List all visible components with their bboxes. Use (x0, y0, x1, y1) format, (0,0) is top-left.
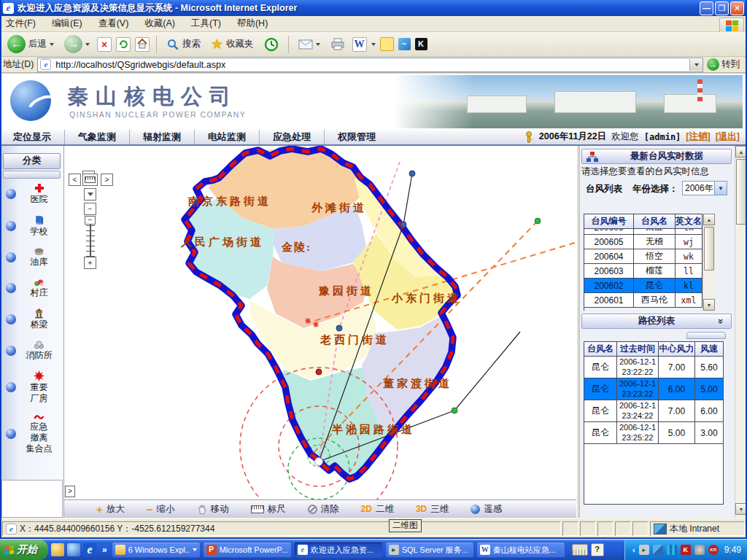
sidebar-item-school[interactable]: 学校 (0, 214, 63, 237)
tray-ati-icon[interactable]: ATI (708, 545, 719, 555)
path-row[interactable]: 昆仑2006-12-1 23:25:225.003.00 (584, 422, 723, 444)
start-button[interactable]: 开始 (0, 540, 48, 560)
collapse-chevron-icon[interactable]: » (716, 319, 727, 324)
map-tool-zoom-in[interactable]: + 放大 (96, 503, 125, 516)
menu-edit[interactable]: 编辑(E) (52, 18, 82, 30)
home-button[interactable] (135, 37, 150, 52)
pan-down-button[interactable] (84, 188, 96, 201)
close-button[interactable]: ✕ (730, 1, 744, 15)
scroll-down-icon[interactable]: ▼ (735, 503, 747, 515)
refresh-button[interactable] (116, 37, 131, 52)
map-tool-2d[interactable]: 2D 二维 (361, 503, 394, 516)
col-header-path-name[interactable]: 台风名 (584, 342, 617, 357)
menu-help[interactable]: 帮助(H) (237, 18, 268, 30)
word-dropdown-icon[interactable] (371, 43, 376, 46)
tray-antivirus-icon[interactable]: K (681, 545, 691, 555)
quick-launch-icon-2[interactable] (67, 543, 80, 556)
quick-launch-icon-1[interactable] (51, 543, 64, 556)
scroll-up-icon[interactable]: ▲ (735, 146, 747, 158)
zoom-out-step-button[interactable]: − (84, 203, 96, 215)
browser-titlebar[interactable]: e 欢迎进入应急资源及决策信息显示系统 - Microsoft Internet… (0, 0, 747, 16)
language-help-icon[interactable]: ? (591, 543, 604, 556)
taskbar-window-ie-active[interactable]: e 欢迎进入应急资... (294, 542, 383, 558)
tray-collapse-icon[interactable]: ‹ (632, 545, 635, 554)
col-header-past-time[interactable]: 过去时间 (617, 342, 659, 357)
tab-radiation-monitoring[interactable]: 辐射监测 (130, 130, 195, 144)
exit-link[interactable]: [退出] (716, 131, 740, 143)
tray-volume-icon[interactable] (694, 545, 705, 555)
sidebar-title[interactable]: 分类 (3, 153, 61, 169)
typhoon-row[interactable]: 200604悟空wk (584, 249, 703, 264)
col-header-typhoon-no[interactable]: 台风编号 (584, 214, 634, 229)
zoom-slider[interactable] (85, 225, 96, 257)
maximize-button[interactable]: ❐ (715, 1, 729, 15)
print-button[interactable] (328, 36, 348, 52)
tray-grid-icon[interactable] (667, 545, 677, 555)
path-row[interactable]: 昆仑2006-12-1 23:24:227.006.00 (584, 400, 723, 422)
map-corner-expand-button[interactable]: > (65, 486, 75, 497)
col-header-typhoon-name[interactable]: 台风名 (634, 214, 676, 229)
tray-sql-icon[interactable]: ▸ (639, 545, 649, 555)
sidebar-subbar[interactable] (3, 171, 61, 179)
path-row-selected[interactable]: 昆仑2006-12-1 23:23:226.005.00 (584, 378, 723, 400)
pan-right-button[interactable]: > (101, 174, 113, 186)
menu-view[interactable]: 查看(V) (98, 18, 129, 30)
quick-launch-ie-icon[interactable]: e (83, 543, 96, 556)
tab-station-monitoring[interactable]: 电站监测 (195, 130, 260, 144)
typhoon-list-scrollbar[interactable]: ▲ ▼ (703, 214, 716, 311)
taskbar-window-sql-server[interactable]: ▸ SQL Server 服务... (385, 542, 474, 558)
panel-scrollbar[interactable]: ▲ ▼ (735, 146, 747, 518)
tab-location-display[interactable]: 定位显示 (0, 130, 65, 144)
path-list-header[interactable]: 路径列表 » (581, 314, 732, 329)
search-button[interactable]: 搜索 (163, 36, 204, 52)
scroll-thumb[interactable] (704, 227, 714, 271)
map-viewport[interactable]: 南京东路街道 外滩街道 人民广场街道 金陵: 豫园街道 小东门街道 老西门街道 … (64, 146, 576, 518)
typhoon-row[interactable]: 200603榴莲ll (584, 264, 703, 279)
map-tool-clear[interactable]: 清除 (308, 503, 339, 516)
tray-network-icon[interactable] (653, 545, 663, 555)
language-keyboard-icon[interactable] (572, 544, 588, 556)
scroll-down-icon[interactable]: ▼ (703, 299, 715, 311)
quick-launch-overflow-icon[interactable]: » (102, 545, 107, 555)
sidebar-item-important-plant[interactable]: 重要 厂房 (0, 370, 63, 404)
district-map-svg[interactable] (64, 146, 576, 499)
map-tool-pan[interactable]: 移动 (197, 503, 229, 516)
map-tool-zoom-out[interactable]: − 缩小 (147, 503, 175, 516)
logout-link[interactable]: [注销] (686, 131, 710, 143)
sidebar-item-bridge[interactable]: 桥梁 (0, 308, 63, 330)
menu-favorites[interactable]: 收藏(A) (144, 18, 175, 30)
sidebar-item-hospital[interactable]: 医院 (0, 183, 63, 205)
sidebar-item-village[interactable]: 村庄 (0, 277, 63, 298)
favorites-button[interactable]: ★ 收藏夹 (208, 36, 257, 53)
typhoon-row[interactable]: 200601西马伦xml (584, 293, 703, 308)
mail-dropdown-icon[interactable] (316, 43, 320, 46)
tab-weather-monitoring[interactable]: 气象监测 (65, 130, 130, 144)
typhoon-row[interactable]: 200605无稽wj (584, 235, 703, 249)
k-tool-icon[interactable]: K (415, 38, 427, 50)
map-tool-ruler[interactable]: 标尺 (251, 503, 286, 516)
measure-button[interactable] (82, 174, 98, 186)
scroll-thumb[interactable] (736, 159, 746, 225)
go-button[interactable]: → 转到 (707, 58, 744, 71)
minimize-button[interactable]: — (700, 1, 713, 15)
edit-with-word-button[interactable]: W (352, 37, 367, 52)
tab-permission-management[interactable]: 权限管理 (325, 130, 389, 144)
typhoon-row-selected[interactable]: 200602昆仑kl (584, 279, 703, 293)
forward-button[interactable]: → (61, 34, 93, 55)
notes-icon[interactable] (380, 37, 394, 51)
menu-tools[interactable]: 工具(T) (191, 18, 221, 30)
zoom-slider-minus-button[interactable]: − (85, 216, 96, 225)
scroll-up-icon[interactable]: ▲ (703, 214, 715, 225)
sidebar-item-oil-depot[interactable]: 油库 (0, 246, 63, 268)
tab-emergency-handling[interactable]: 应急处理 (260, 130, 325, 144)
back-button[interactable]: ← 后退 (4, 34, 57, 55)
taskbar-window-powerpoint[interactable]: P Microsoft PowerP... (203, 542, 292, 558)
address-dropdown-button[interactable] (689, 59, 703, 71)
group-dropdown-icon[interactable] (193, 548, 197, 551)
typhoon-row[interactable]: 200606太虚tx (584, 229, 703, 235)
col-header-typhoon-en[interactable]: 英文名 (676, 214, 703, 229)
zoom-slider-plus-button[interactable]: + (84, 257, 96, 269)
typhoon-panel-header[interactable]: 最新台风实时数据 (581, 149, 732, 164)
sidebar-item-evacuation-point[interactable]: 应急 撤离 集合点 (0, 413, 63, 454)
col-header-wind-speed[interactable]: 风速 (695, 342, 723, 357)
